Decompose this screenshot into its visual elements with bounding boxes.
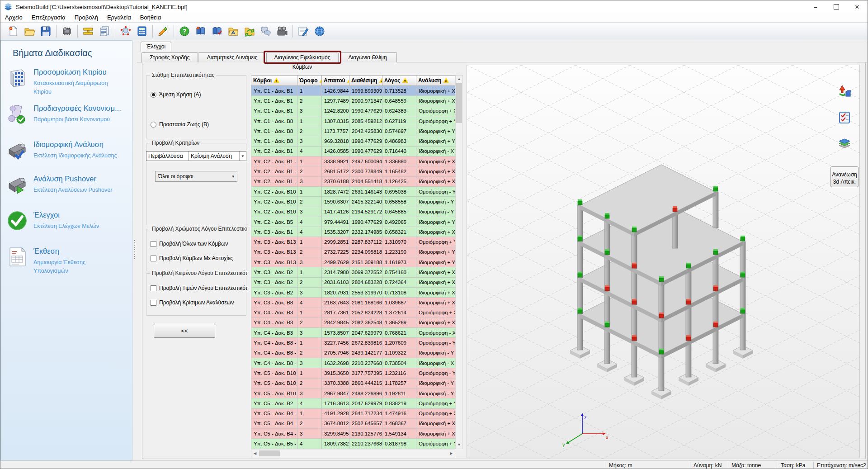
table-cell[interactable]: 2842.9845 bbox=[322, 317, 349, 327]
refresh-3d-button[interactable]: Ανανέωση 3d Απεικ. bbox=[830, 166, 859, 187]
table-cell[interactable]: 2130.125776 bbox=[349, 429, 382, 439]
table-cell[interactable]: 1.109322 bbox=[382, 348, 416, 358]
scroll-down-icon[interactable]: ▼ bbox=[456, 441, 462, 449]
scroll-right-icon[interactable]: ▶ bbox=[448, 450, 455, 457]
menu-tools[interactable]: Εργαλεία bbox=[103, 13, 136, 22]
subtab-joint-diagonal-tension[interactable]: Διαγώνιος Εφελκυσμός Κόμβων bbox=[266, 52, 338, 63]
table-cell[interactable]: 1809.7382 bbox=[322, 439, 349, 449]
checks-list-icon[interactable] bbox=[836, 109, 853, 126]
table-cell[interactable]: 0.658558 bbox=[382, 197, 416, 207]
table-cell[interactable]: Υπ. C5 - Δοκ. B10 - bbox=[251, 378, 297, 388]
table-cell[interactable]: 2085.459212 bbox=[349, 116, 382, 126]
folder-contents-icon[interactable] bbox=[225, 24, 241, 39]
column-header-demand[interactable]: Απαιτού3 bbox=[322, 76, 349, 86]
table-cell[interactable]: 2104.551418 bbox=[349, 176, 382, 186]
table-cell[interactable]: 2 bbox=[297, 317, 322, 327]
table-cell[interactable]: Ιδιομορφική + X bbox=[416, 227, 456, 237]
checkbox-show-critical-analyses[interactable]: Προβολή Κρίσιμων Αναλύσεων bbox=[151, 299, 234, 306]
column-header-joints[interactable]: Κόμβοι1 bbox=[251, 76, 297, 86]
table-cell[interactable]: Ιδιομορφική + X bbox=[416, 267, 456, 277]
table-cell[interactable]: 2499.7629 bbox=[322, 257, 349, 267]
table-cell[interactable]: 2 bbox=[297, 166, 322, 176]
table-cell[interactable]: Ιδιομορφική + Y bbox=[416, 257, 456, 267]
table-cell[interactable]: 2497.600094 bbox=[349, 156, 382, 166]
table-cell[interactable]: Ιδιομορφική + Y bbox=[416, 136, 456, 146]
table-row[interactable]: Υπ. C3 - Δοκ. B222031.61032804.6832280.7… bbox=[251, 277, 456, 287]
table-cell[interactable]: 3227.7456 bbox=[322, 338, 349, 348]
table-cell[interactable]: Υπ. C5 - Δοκ. B10 - bbox=[251, 368, 297, 378]
table-row[interactable]: Υπ. C4 - Δοκ. B8 -13227.74562672.8398161… bbox=[251, 338, 456, 348]
table-row[interactable]: Υπ. C3 - Δοκ. B1312999.28512287.8371121.… bbox=[251, 237, 456, 247]
checkbox-show-failed-joints[interactable]: Προβολή Κόμβων Με Αστοχίες bbox=[151, 255, 233, 261]
table-cell[interactable]: 0.768621 bbox=[382, 328, 416, 338]
table-cell[interactable]: 1.336880 bbox=[382, 156, 416, 166]
table-cell[interactable]: 1417.4126 bbox=[322, 207, 349, 217]
table-cell[interactable]: 2031.6103 bbox=[322, 277, 349, 287]
table-cell[interactable]: 2488.226896 bbox=[349, 388, 382, 398]
table-cell[interactable]: 1307.8315 bbox=[322, 116, 349, 126]
menu-view[interactable]: Προβολή bbox=[70, 13, 103, 22]
table-cell[interactable]: Ομοιόμορφη - Y bbox=[416, 368, 456, 378]
table-cell[interactable]: 4 bbox=[297, 227, 322, 237]
table-cell[interactable]: Ιδιομορφική + X bbox=[416, 176, 456, 186]
table-cell[interactable]: Υπ. C3 - Δοκ. B13 bbox=[251, 237, 297, 247]
sidebar-splitter[interactable] bbox=[132, 40, 137, 460]
table-cell[interactable]: 2 bbox=[297, 197, 322, 207]
table-cell[interactable]: Υπ. C5 - Δοκ. B5 - bbox=[251, 439, 297, 449]
processor-settings-icon[interactable] bbox=[59, 24, 75, 39]
minimize-button[interactable] bbox=[805, 0, 826, 13]
storeys-dropdown[interactable]: Όλοι οι όροφοι ▾ bbox=[155, 171, 237, 182]
maximize-button[interactable] bbox=[826, 0, 847, 13]
table-row[interactable]: Υπ. C4 - Δοκ. B322842.98452082.3625481.3… bbox=[251, 317, 456, 327]
table-cell[interactable]: 3299.8495 bbox=[322, 429, 349, 439]
folder-sync-icon[interactable] bbox=[241, 24, 258, 39]
table-cell[interactable]: 2415.322140 bbox=[349, 197, 382, 207]
sidebar-item-checks[interactable]: ΈλεγχοιΕκτέλεση Ελέγχων Μελών bbox=[6, 210, 127, 232]
table-cell[interactable]: 1.549134 bbox=[382, 429, 416, 439]
table-cell[interactable]: Ομοιόμορφη + X bbox=[416, 308, 456, 317]
table-cell[interactable]: 4191.2928 bbox=[322, 408, 349, 418]
manual-book-icon[interactable] bbox=[209, 24, 225, 39]
table-row[interactable]: Υπ. C1 - Δοκ. B83969.328181990.4776290.4… bbox=[251, 136, 456, 146]
open-folder-icon[interactable] bbox=[21, 24, 38, 39]
table-cell[interactable]: 2705.7946 bbox=[322, 348, 349, 358]
column-header-analysis[interactable]: Ανάλυση6 bbox=[416, 76, 456, 86]
table-row[interactable]: Υπ. C2 - Δοκ. B141426.05851990.4776290.7… bbox=[251, 146, 456, 156]
table-cell[interactable]: 1.192811 bbox=[382, 388, 416, 398]
layers-icon[interactable] bbox=[836, 136, 853, 152]
sidebar-item-building-modelling[interactable]: Προσομοίωση ΚτιρίουΚατασκευαστική Διαμόρ… bbox=[6, 67, 127, 96]
table-cell[interactable]: Υπ. C1 - Δοκ. B1 bbox=[251, 106, 297, 116]
table-cell[interactable]: 1297.7489 bbox=[322, 96, 349, 106]
table-row[interactable]: Υπ. C3 - Δοκ. B1332499.76292151.3091881.… bbox=[251, 257, 456, 267]
table-cell[interactable]: 3177.757395 bbox=[349, 368, 382, 378]
table-cell[interactable]: Υπ. C2 - Δοκ. B1 bbox=[251, 146, 297, 156]
table-cell[interactable]: 0.818798 bbox=[382, 439, 416, 449]
table-cell[interactable]: 2999.2851 bbox=[322, 237, 349, 247]
menu-edit[interactable]: Επεξεργασία bbox=[27, 13, 70, 22]
table-cell[interactable]: 1.223190 bbox=[382, 247, 416, 257]
table-cell[interactable]: 4 bbox=[297, 217, 322, 227]
table-cell[interactable]: 0.648559 bbox=[382, 96, 416, 106]
table-cell[interactable]: 1.126425 bbox=[382, 176, 416, 186]
table-cell[interactable]: Υπ. C2 - Δοκ. B10 bbox=[251, 207, 297, 217]
table-cell[interactable]: 2 bbox=[297, 126, 322, 136]
table-cell[interactable]: 2047.629979 bbox=[349, 328, 382, 338]
table-cell[interactable]: 1 bbox=[297, 308, 322, 317]
table-cell[interactable]: 2210.237668 bbox=[349, 358, 382, 368]
table-cell[interactable]: Ιδιομορφική - Y bbox=[416, 197, 456, 207]
column-header-capacity[interactable]: Διαθέσιμη4 bbox=[349, 76, 382, 86]
table-cell[interactable]: 2672.839816 bbox=[349, 338, 382, 348]
table-cell[interactable]: 3338.9921 bbox=[322, 156, 349, 166]
table-cell[interactable]: Ομοιόμορφη + Y bbox=[416, 237, 456, 247]
edit-sheet-icon[interactable] bbox=[295, 24, 311, 39]
table-cell[interactable]: 2860.444215 bbox=[349, 378, 382, 388]
table-cell[interactable]: 1.178257 bbox=[382, 378, 416, 388]
table-cell[interactable]: Ιδιομορφική + X bbox=[416, 418, 456, 428]
table-cell[interactable]: 2 bbox=[297, 378, 322, 388]
table-row[interactable]: Υπ. C3 - Δοκ. B1322732.72252234.0958181.… bbox=[251, 247, 456, 257]
chevron-down-icon[interactable]: ▼ bbox=[239, 152, 246, 161]
table-row[interactable]: Υπ. C4 - Δοκ. B8 -22705.79462439.1421771… bbox=[251, 348, 456, 358]
table-cell[interactable]: Υπ. C4 - Δοκ. B3 bbox=[251, 308, 297, 317]
table-cell[interactable]: Ομοιόμορφη + X bbox=[416, 408, 456, 418]
globe-icon[interactable] bbox=[311, 24, 328, 39]
